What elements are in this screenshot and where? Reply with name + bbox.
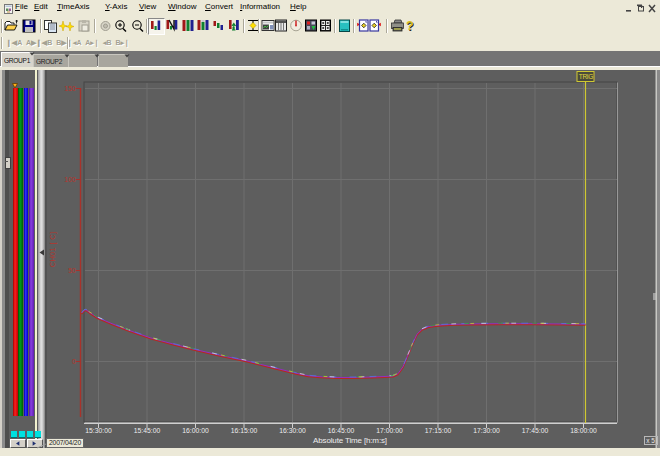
svg-text:TRIG: TRIG [579, 73, 594, 80]
